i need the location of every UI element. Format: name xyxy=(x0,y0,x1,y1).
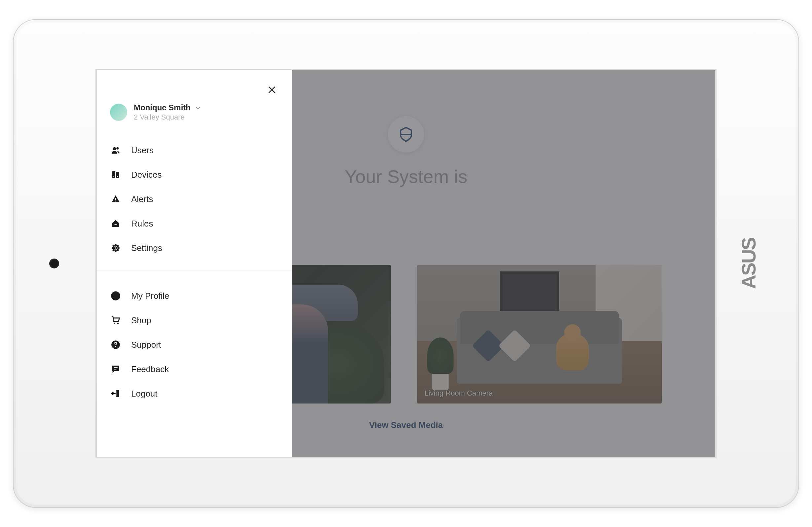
support-icon xyxy=(110,339,121,350)
settings-icon xyxy=(110,243,121,253)
device-brand-label: ASUS xyxy=(737,238,760,289)
front-camera-dot xyxy=(49,259,59,268)
alerts-icon xyxy=(110,193,121,205)
profile-info: Monique Smith 2 Valley Square xyxy=(134,103,201,121)
logout-icon xyxy=(110,388,121,399)
rules-icon xyxy=(110,218,121,229)
sidebar-item-label: Logout xyxy=(131,389,158,399)
svg-point-12 xyxy=(111,291,120,301)
tablet-frame: ASUS Your System is xyxy=(13,19,799,508)
sidebar-item-rules[interactable]: Rules xyxy=(97,211,292,236)
sidebar-item-alerts[interactable]: Alerts xyxy=(97,187,292,211)
svg-rect-5 xyxy=(112,171,115,178)
menu-section-secondary: My Profile Shop Support xyxy=(97,270,292,409)
sidebar-item-my-profile[interactable]: My Profile xyxy=(97,284,292,308)
close-icon xyxy=(267,85,276,94)
sidebar-item-label: Users xyxy=(131,145,154,156)
shop-icon xyxy=(110,315,121,326)
sidebar-item-label: Devices xyxy=(131,170,161,180)
sidebar-item-users[interactable]: Users xyxy=(97,138,292,162)
feedback-icon xyxy=(110,364,121,375)
profile-icon xyxy=(110,290,121,302)
sidebar-item-feedback[interactable]: Feedback xyxy=(97,357,292,381)
avatar xyxy=(110,104,127,121)
svg-point-8 xyxy=(117,176,118,177)
svg-rect-11 xyxy=(115,224,117,225)
screen: Your System is xyxy=(96,69,716,458)
svg-point-14 xyxy=(117,323,119,324)
sidebar-item-label: Support xyxy=(131,340,161,350)
menu-section-primary: Users Devices Alerts xyxy=(97,135,292,263)
tablet-frame-inner: ASUS Your System is xyxy=(16,23,796,504)
sidebar-item-logout[interactable]: Logout xyxy=(97,381,292,406)
users-icon xyxy=(110,145,121,156)
sidebar-item-shop[interactable]: Shop xyxy=(97,308,292,333)
svg-point-16 xyxy=(115,346,116,347)
sidebar-item-settings[interactable]: Settings xyxy=(97,236,292,260)
sidebar: Monique Smith 2 Valley Square xyxy=(97,70,292,457)
profile-name: Monique Smith xyxy=(134,103,191,112)
sidebar-item-support[interactable]: Support xyxy=(97,333,292,357)
svg-point-7 xyxy=(113,176,114,177)
svg-point-10 xyxy=(115,201,116,202)
sidebar-item-label: My Profile xyxy=(131,291,170,301)
devices-icon xyxy=(110,169,121,180)
sidebar-item-label: Rules xyxy=(131,219,153,229)
sidebar-item-label: Alerts xyxy=(131,194,153,204)
svg-point-3 xyxy=(113,147,116,150)
sidebar-item-label: Settings xyxy=(131,243,162,253)
svg-point-4 xyxy=(116,147,119,150)
svg-rect-6 xyxy=(116,172,119,178)
profile-section[interactable]: Monique Smith 2 Valley Square xyxy=(97,70,292,135)
sidebar-item-label: Shop xyxy=(131,315,151,325)
svg-point-13 xyxy=(114,323,115,324)
close-button[interactable] xyxy=(265,83,278,97)
sidebar-item-label: Feedback xyxy=(131,364,169,375)
svg-rect-9 xyxy=(115,198,116,200)
chevron-down-icon xyxy=(195,104,201,111)
profile-address: 2 Valley Square xyxy=(134,113,201,121)
sidebar-item-devices[interactable]: Devices xyxy=(97,162,292,187)
